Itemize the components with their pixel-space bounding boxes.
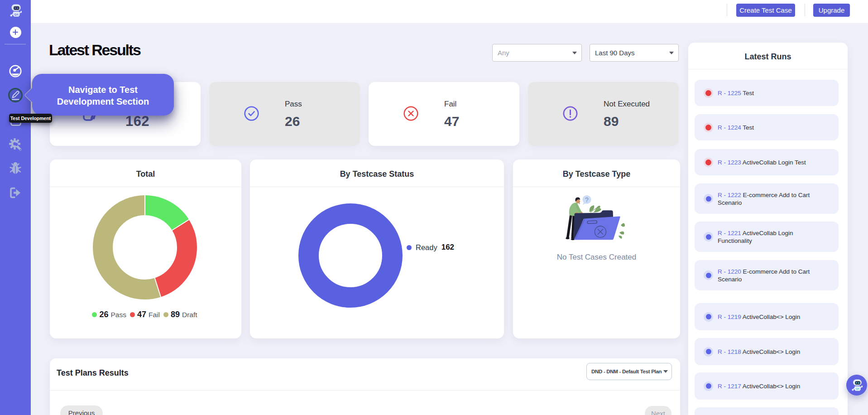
svg-text:QA: QA	[856, 387, 860, 390]
svg-text:?: ?	[585, 196, 589, 203]
svg-text:QA: QA	[14, 13, 19, 16]
